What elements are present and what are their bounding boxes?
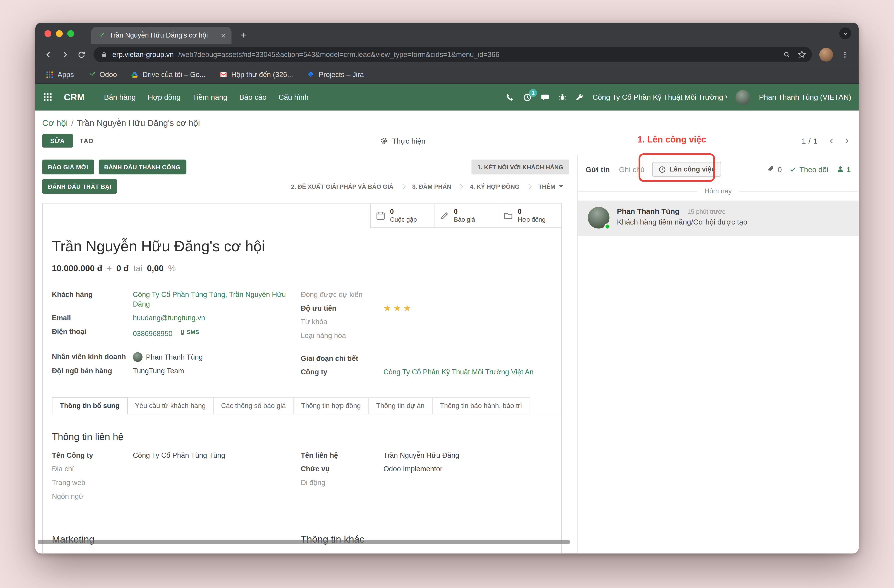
breadcrumb-parent-link[interactable]: Cơ hội [42,118,68,128]
new-tab-button[interactable] [236,27,251,42]
mark-lost-button[interactable]: ĐÁNH DẤU THẤT BẠI [42,179,117,194]
close-window-button[interactable] [45,30,51,37]
stage-negotiation[interactable]: 3. ĐÀM PHÁN [407,179,457,194]
url-host: erp.vietan-group.vn [112,50,174,59]
app-name[interactable]: CRM [64,92,85,103]
contracts-stat-button[interactable]: 0Hợp đồng [498,203,562,228]
wrench-icon[interactable] [575,93,584,101]
horizontal-scrollbar[interactable] [38,540,570,544]
phone-icon[interactable] [506,93,514,101]
user-avatar[interactable] [735,90,751,104]
tab-title: Trần Nguyễn Hữu Đăng's cơ hội [110,32,215,39]
user-menu[interactable]: Phan Thanh Tùng (VIETAN) [759,93,851,101]
stage-proposal[interactable]: 2. ĐỀ XUẤT GIẢI PHÁP VÀ BÁO GIÁ [285,179,399,194]
zoom-window-button[interactable] [67,30,74,37]
contact-heading: Thông tin liên hệ [52,431,301,443]
email-link[interactable]: huudang@tungtung.vn [133,314,301,323]
messages-icon[interactable] [541,92,550,102]
phone-link[interactable]: 0386968950 [133,330,173,338]
bookmark-star-icon[interactable] [797,50,806,59]
person-icon [836,165,844,173]
bookmark-jira[interactable]: Projects – Jira [307,71,364,78]
job-position-field[interactable]: Odoo Implementor [384,464,550,474]
priority-stars[interactable]: ★★★ [384,304,550,313]
bookmark-drive[interactable]: Drive của tôi – Go... [130,71,205,78]
tab-additional-info[interactable]: Thông tin bổ sung [52,397,127,414]
mark-won-button[interactable]: ĐÁNH DẤU THÀNH CÔNG [98,160,186,174]
menu-tiem-nang[interactable]: Tiềm năng [192,93,227,101]
zoom-icon[interactable] [783,50,791,59]
jira-icon [307,71,315,78]
apps-menu-icon[interactable] [43,92,52,102]
salesperson-field[interactable]: Phan Thanh Tùng [133,352,301,362]
tab-warranty-info[interactable]: Thông tin bảo hành, bảo trì [433,397,530,414]
send-message-button[interactable]: Gửi tin [586,165,610,173]
menu-cau-hinh[interactable]: Cấu hình [278,93,309,101]
attachments-button[interactable]: 0 [767,165,782,173]
pager-previous-icon[interactable] [828,137,835,145]
customer-link[interactable]: Công Ty Cổ Phần Tùng Tùng, Trần Nguyễn H… [133,290,301,310]
create-button[interactable]: TẠO [72,134,100,148]
stage-more-button[interactable]: THÊM [533,179,569,194]
followers-button[interactable]: 1 [836,165,850,173]
back-button[interactable] [40,46,56,63]
browser-profile-avatar[interactable] [819,48,833,61]
product-type-field[interactable] [384,331,550,341]
field-grid: Khách hàngCông Ty Cổ Phần Tùng Tùng, Trầ… [43,290,561,381]
tab-project-info[interactable]: Thông tin dự án [369,397,433,414]
minimize-window-button[interactable] [56,30,63,37]
browser-menu-kebab-icon[interactable] [837,46,853,63]
company-name-field[interactable]: Công Ty Cổ Phần Tùng Tùng [133,451,301,460]
schedule-activity-button[interactable]: Lên công việc [652,162,722,177]
paperclip-icon [767,165,775,173]
activities-clock-icon[interactable]: 1 [523,92,532,102]
stat-button-box: 0Cuộc gặp 0Báo giá 0Hợp đồng [370,203,562,228]
menu-bao-cao[interactable]: Báo cáo [239,93,266,101]
meetings-stat-button[interactable]: 0Cuộc gặp [370,203,434,228]
new-quotation-button[interactable]: BÁO GIÁ MỚI [42,160,94,174]
website-field[interactable] [133,478,301,488]
stage-sign-contract[interactable]: 4. KÝ HỢP ĐỒNG [464,179,525,194]
stage-detail-field[interactable] [384,354,550,363]
bug-icon[interactable] [558,93,567,101]
pager-next-icon[interactable] [843,137,850,145]
chatter-toolbar: Gửi tin Ghi chú Lên công việc 0 [577,155,859,182]
control-panel: Cơ hội/Trần Nguyễn Hữu Đăng's cơ hội SỬA… [35,111,859,155]
address-field[interactable] [133,464,301,474]
edit-button[interactable]: SỬA [42,134,72,148]
pager-value[interactable]: 1 / 1 [802,137,818,145]
forward-button[interactable] [56,46,73,63]
stage-connect-customer[interactable]: 1. KẾT NỐI VỚI KHÁCH HÀNG [472,160,569,174]
tab-search-button[interactable] [839,27,851,39]
reload-button[interactable] [73,46,89,63]
company-switcher[interactable]: Công Ty Cổ Phần Kỹ Thuật Môi Trường Vi..… [592,93,727,101]
log-note-button[interactable]: Ghi chú [619,165,645,173]
lead-title: Trần Nguyễn Hữu Đăng's cơ hội [52,237,551,256]
bookmark-apps[interactable]: Apps [45,71,74,78]
tags-field[interactable] [384,317,550,327]
quotations-stat-button[interactable]: 0Báo giá [434,203,498,228]
sms-button[interactable]: SMS [180,327,199,337]
language-field[interactable] [133,492,301,501]
bookmark-gmail[interactable]: Hộp thư đến (326... [219,71,293,78]
tab-contract-info[interactable]: Thông tin hợp đồng [294,397,369,414]
tab-close-icon[interactable] [220,32,227,39]
contact-name-field[interactable]: Trần Nguyễn Hữu Đăng [384,451,550,460]
menu-ban-hang[interactable]: Bán hàng [104,93,136,101]
follow-button[interactable]: Theo dõi [790,165,828,173]
pager: 1 / 1 [802,137,850,145]
action-menu-button[interactable]: Thực hiện [380,137,425,145]
menu-hop-dong[interactable]: Hợp đồng [148,93,181,101]
sales-team-field[interactable]: TungTung Team [133,366,301,376]
expected-closing-field[interactable] [384,290,550,300]
online-status-dot [604,223,611,230]
tab-customer-request[interactable]: Yêu cầu từ khách hàng [127,397,214,414]
tab-quote-params[interactable]: Các thông số báo giá [214,397,294,414]
contact-section: Thông tin liên hệ Tên Công tyCông Ty Cổ … [43,414,561,505]
bookmark-odoo[interactable]: Odoo [88,71,117,78]
window-controls [35,30,83,44]
browser-tab[interactable]: Trần Nguyễn Hữu Đăng's cơ hội [91,27,231,44]
company-link[interactable]: Công Ty Cổ Phần Kỹ Thuật Môi Trường Việt… [384,368,550,377]
address-bar[interactable]: erp.vietan-group.vn/web?debug=assets#id=… [94,47,812,62]
mobile-field[interactable] [384,478,550,488]
